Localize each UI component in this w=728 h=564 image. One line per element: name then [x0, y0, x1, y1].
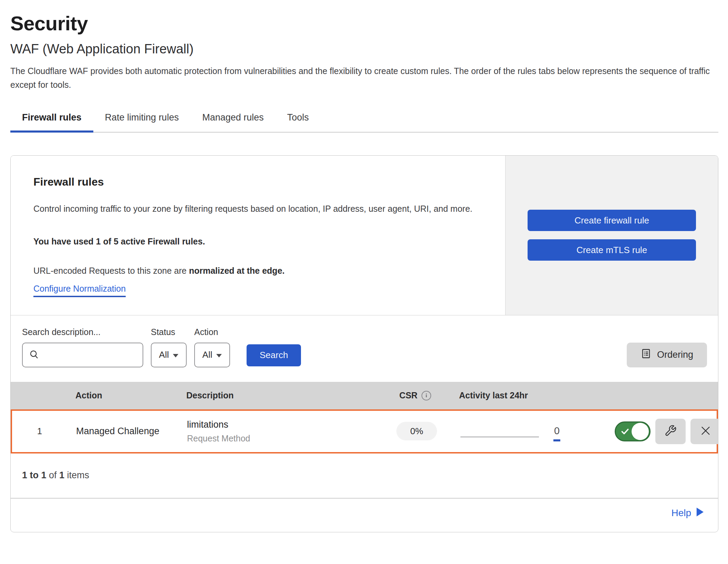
status-filter-group: Status All	[151, 327, 187, 367]
rule-activity-cell: 0	[456, 423, 615, 439]
create-rule-panel: Create firewall rule Create mTLS rule	[505, 156, 718, 315]
tab-tools[interactable]: Tools	[275, 107, 321, 133]
search-label: Search description...	[22, 327, 143, 337]
rule-description: limitations	[187, 419, 377, 430]
tab-rate-limiting-rules[interactable]: Rate limiting rules	[93, 107, 191, 133]
action-label: Action	[194, 327, 230, 337]
rule-controls	[615, 419, 718, 444]
rule-row[interactable]: 1 Managed Challenge limitations Request …	[11, 409, 718, 453]
edit-rule-button[interactable]	[655, 419, 686, 444]
help-link[interactable]: Help	[671, 508, 704, 519]
activity-count-link[interactable]: 0	[553, 425, 560, 441]
search-icon	[29, 349, 39, 361]
action-filter-group: Action All	[194, 327, 230, 367]
column-header-action: Action	[66, 390, 179, 400]
delete-rule-button[interactable]	[690, 419, 718, 444]
search-box[interactable]	[22, 343, 143, 367]
rule-csr-cell: 0%	[396, 426, 437, 437]
status-label: Status	[151, 327, 187, 337]
usage-summary: You have used 1 of 5 active Firewall rul…	[33, 237, 482, 247]
rules-table-header: Action Description CSR Activity last 24h…	[11, 382, 718, 409]
security-waf-page: Security WAF (Web Application Firewall) …	[0, 0, 728, 532]
column-header-csr: CSR	[399, 390, 431, 400]
normalization-text-bold: normalized at the edge.	[189, 266, 285, 275]
create-mtls-rule-button[interactable]: Create mTLS rule	[528, 239, 696, 261]
rule-description-cell: limitations Request Method	[181, 419, 377, 443]
page-subtitle: WAF (Web Application Firewall)	[10, 42, 718, 56]
action-select[interactable]: All	[194, 343, 230, 367]
tab-firewall-rules[interactable]: Firewall rules	[10, 107, 93, 133]
wrench-icon	[664, 425, 677, 438]
normalization-text: URL-encoded Requests to this zone are no…	[33, 264, 482, 278]
toggle-knob	[632, 423, 649, 440]
page-description: The Cloudflare WAF provides both automat…	[10, 64, 716, 92]
help-section: Help	[11, 498, 718, 532]
ordering-button[interactable]: Ordering	[627, 343, 707, 367]
close-icon	[699, 425, 712, 438]
ordering-list-icon	[641, 348, 652, 362]
pagination-summary: 1 to 1 of 1 items	[11, 453, 718, 498]
firewall-rules-card: Firewall rules Control incoming traffic …	[10, 155, 718, 532]
filter-toolbar: Search description... Status All	[11, 315, 718, 382]
status-select[interactable]: All	[151, 343, 187, 367]
ordering-button-label: Ordering	[657, 349, 693, 360]
action-select-value: All	[202, 349, 212, 360]
normalization-text-prefix: URL-encoded Requests to this zone are	[33, 266, 189, 275]
chevron-down-icon	[173, 354, 178, 357]
chevron-down-icon	[216, 354, 222, 357]
rule-action: Managed Challenge	[67, 426, 181, 437]
help-link-label: Help	[671, 508, 691, 519]
arrow-right-icon	[696, 508, 704, 519]
pagination-items: items	[64, 470, 89, 480]
search-input[interactable]	[44, 350, 155, 360]
activity-sparkline	[460, 437, 539, 437]
info-icon[interactable]	[422, 391, 431, 400]
column-header-activity: Activity last 24hr	[455, 390, 613, 400]
page-title: Security	[10, 12, 718, 35]
create-firewall-rule-button[interactable]: Create firewall rule	[528, 210, 696, 231]
rule-expression: Request Method	[187, 434, 377, 443]
firewall-rules-info-section: Firewall rules Control incoming traffic …	[11, 156, 718, 315]
configure-normalization-link[interactable]: Configure Normalization	[33, 284, 126, 297]
search-button[interactable]: Search	[247, 344, 301, 366]
search-group: Search description...	[22, 327, 143, 367]
csr-header-label: CSR	[399, 390, 418, 400]
pagination-count: 1	[59, 470, 64, 480]
status-select-value: All	[159, 349, 169, 360]
panel-heading: Firewall rules	[33, 176, 482, 188]
pagination-of: of	[46, 470, 60, 480]
rule-priority: 1	[37, 426, 42, 437]
rule-enabled-toggle[interactable]	[615, 421, 651, 441]
csr-badge: 0%	[396, 422, 437, 440]
check-icon	[621, 427, 630, 436]
pagination-range: 1 to 1	[22, 470, 46, 480]
firewall-rules-info: Firewall rules Control incoming traffic …	[11, 156, 505, 315]
panel-description: Control incoming traffic to your zone by…	[33, 201, 478, 217]
rules-tab-bar: Firewall rules Rate limiting rules Manag…	[10, 107, 718, 133]
tab-managed-rules[interactable]: Managed rules	[190, 107, 275, 133]
column-header-description: Description	[179, 390, 376, 400]
